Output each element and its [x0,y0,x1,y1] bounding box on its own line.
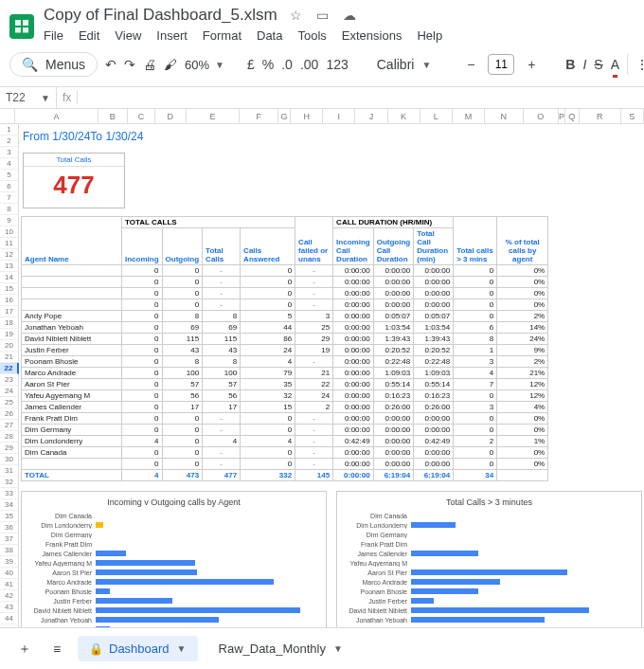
row-header[interactable]: 34 [0,499,19,511]
row-header[interactable]: 18 [0,317,19,329]
col-header[interactable]: M [453,109,485,123]
row-header[interactable]: 17 [0,306,19,317]
row-header[interactable]: 22 [0,363,19,374]
strike-button[interactable]: S [594,53,602,76]
add-sheet-button[interactable]: ＋ [13,638,36,660]
row-header[interactable]: 6 [0,181,19,192]
row-header[interactable]: 4 [0,158,19,170]
row-header[interactable]: 31 [0,465,19,477]
col-header[interactable]: D [155,109,187,123]
col-header[interactable]: N [485,109,524,123]
col-header[interactable]: F [240,109,278,123]
document-title[interactable]: Copy of Final Dashboard_5.xlsm [44,6,277,25]
row-header[interactable]: 40 [0,568,19,579]
zoom-select[interactable]: 60%▼ [185,58,224,72]
col-header[interactable]: P [559,109,565,123]
print-button[interactable]: 🖨 [143,53,156,76]
row-header[interactable]: 23 [0,374,19,386]
toolbar-overflow[interactable]: ⋮ [627,53,644,76]
row-header[interactable]: 32 [0,477,19,488]
row-header[interactable]: 19 [0,329,19,340]
row-header[interactable]: 44 [0,613,19,624]
col-header[interactable]: S [621,109,644,123]
name-box[interactable]: T22▼ [0,87,57,108]
font-size-increase[interactable]: + [520,53,543,76]
row-header[interactable]: 33 [0,488,19,499]
row-header[interactable]: 9 [0,215,19,226]
row-header[interactable]: 28 [0,431,19,443]
row-header[interactable]: 42 [0,590,19,602]
undo-button[interactable]: ↶ [105,53,116,76]
row-header[interactable]: 27 [0,420,19,431]
tab-raw-data-monthly[interactable]: Raw_Data_Monthly▼ [207,636,354,661]
row-header[interactable]: 39 [0,556,19,568]
row-header[interactable]: 35 [0,511,19,522]
tab-dashboard[interactable]: 🔒 Dashboard▼ [78,636,198,661]
row-header[interactable]: 26 [0,408,19,420]
paint-format-button[interactable]: 🖌 [164,53,177,76]
font-select[interactable]: Calibri▼ [371,55,438,74]
menu-data[interactable]: Data [257,28,282,43]
row-header[interactable]: 43 [0,602,19,613]
menu-edit[interactable]: Edit [79,28,99,43]
col-header[interactable]: R [580,109,621,123]
row-header[interactable]: 21 [0,352,19,363]
decrease-decimal-button[interactable]: .0 [281,53,293,76]
star-icon[interactable]: ☆ [289,8,304,23]
row-header[interactable]: 38 [0,545,19,556]
menu-help[interactable]: Help [417,28,442,43]
redo-button[interactable]: ↷ [124,53,135,76]
font-size-input[interactable] [488,54,514,75]
row-header[interactable]: 10 [0,226,19,238]
row-header[interactable]: 16 [0,295,19,306]
row-header[interactable]: 29 [0,443,19,454]
bold-button[interactable]: B [565,53,575,76]
menu-file[interactable]: File [44,28,63,43]
row-header[interactable]: 25 [0,397,19,408]
row-header[interactable]: 20 [0,340,19,352]
row-header[interactable]: 30 [0,454,19,465]
row-header[interactable]: 7 [0,192,19,204]
col-header[interactable]: A [15,109,98,123]
sheets-logo[interactable] [9,14,34,39]
menu-insert[interactable]: Insert [156,28,188,43]
increase-decimal-button[interactable]: .00 [300,53,318,76]
col-header[interactable]: G [278,109,291,123]
row-header[interactable]: 37 [0,533,19,545]
italic-button[interactable]: I [582,53,586,76]
formula-bar[interactable] [78,94,93,101]
col-header[interactable]: L [420,109,453,123]
menu-extensions[interactable]: Extensions [342,28,402,43]
row-header[interactable]: 1 [0,124,19,136]
menu-tools[interactable]: Tools [297,28,326,43]
row-header[interactable]: 41 [0,579,19,590]
search-menus[interactable]: 🔍 Menus [9,52,98,77]
row-header[interactable]: 15 [0,283,19,295]
text-color-button[interactable]: A [611,53,619,76]
row-header[interactable]: 3 [0,147,19,158]
row-header[interactable]: 13 [0,261,19,272]
col-header[interactable]: O [524,109,559,123]
row-header[interactable]: 36 [0,522,19,533]
col-header[interactable]: K [388,109,420,123]
row-header[interactable]: 12 [0,249,19,261]
col-header[interactable]: J [355,109,387,123]
menu-view[interactable]: View [115,28,141,43]
row-header[interactable]: 14 [0,272,19,283]
col-header[interactable]: B [98,109,128,123]
percent-button[interactable]: % [262,53,274,76]
row-header[interactable]: 5 [0,170,19,181]
col-header[interactable]: H [291,109,323,123]
all-sheets-button[interactable]: ≡ [45,638,68,660]
col-header[interactable]: E [187,109,241,123]
row-header[interactable]: 8 [0,204,19,215]
currency-pound-button[interactable]: £ [247,53,255,76]
col-header[interactable]: C [128,109,155,123]
move-icon[interactable]: ▭ [315,8,331,23]
number-format-button[interactable]: 123 [326,53,348,76]
row-header[interactable]: 24 [0,386,19,397]
col-header[interactable]: I [323,109,355,123]
cloud-icon[interactable]: ☁ [342,8,357,23]
menu-format[interactable]: Format [203,28,242,43]
row-header[interactable]: 2 [0,136,19,147]
